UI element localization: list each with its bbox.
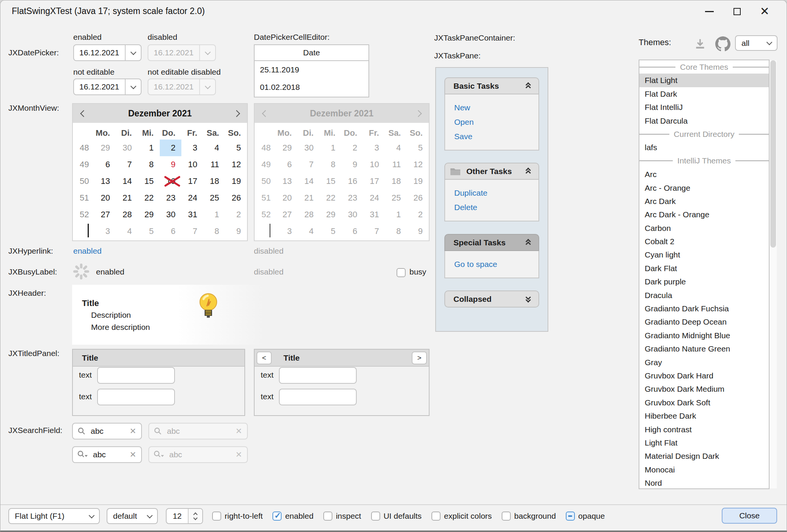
- datepicker-arrow-button[interactable]: [125, 79, 141, 94]
- theme-item[interactable]: Arc - Orange: [639, 181, 769, 195]
- hyperlink-enabled[interactable]: enabled: [73, 246, 102, 256]
- theme-item[interactable]: High contrast: [639, 423, 769, 436]
- taskpane-header[interactable]: Special Tasks: [444, 234, 539, 251]
- theme-item[interactable]: Nord: [639, 476, 769, 489]
- taskpane-header[interactable]: Other Tasks: [444, 163, 539, 180]
- theme-item[interactable]: Material Design Dark: [639, 449, 769, 463]
- laf-combo[interactable]: Flat Light (F1): [8, 508, 100, 524]
- theme-list-scrollbar[interactable]: [770, 60, 777, 488]
- calendar-day[interactable]: 22: [138, 190, 160, 206]
- theme-item[interactable]: Cyan light: [639, 248, 769, 261]
- theme-item[interactable]: Arc: [639, 168, 769, 181]
- theme-item[interactable]: Gruvbox Dark Soft: [639, 396, 769, 409]
- calendar-day[interactable]: 12: [225, 156, 247, 173]
- datepicker-value[interactable]: 16.12.2021: [74, 48, 125, 57]
- task-link-save[interactable]: Save: [445, 129, 538, 144]
- theme-item[interactable]: Gray: [639, 356, 769, 369]
- calendar-day[interactable]: 7: [181, 223, 203, 240]
- calendar-day[interactable]: 3: [181, 140, 203, 156]
- maximize-button[interactable]: [725, 1, 749, 22]
- checkbox-right-to-left[interactable]: right-to-left: [212, 512, 263, 521]
- theme-item[interactable]: Gruvbox Dark Hard: [639, 369, 769, 382]
- calendar-day[interactable]: 27: [94, 206, 116, 223]
- checkbox-box[interactable]: [431, 512, 441, 521]
- taskpane-header[interactable]: Basic Tasks: [444, 77, 539, 94]
- checkbox-box[interactable]: [502, 512, 511, 521]
- theme-item[interactable]: Gradianto Midnight Blue: [639, 329, 769, 342]
- theme-item[interactable]: Flat IntelliJ: [639, 100, 769, 114]
- calendar-day[interactable]: 30: [116, 140, 138, 156]
- calendar-day[interactable]: 28: [116, 206, 138, 223]
- theme-item[interactable]: Hiberbee Dark: [639, 409, 769, 422]
- text-input[interactable]: [97, 389, 175, 405]
- calendar-day[interactable]: 31: [181, 206, 203, 223]
- checkbox-ui-defaults[interactable]: UI defaults: [371, 512, 422, 521]
- datepicker-arrow-button[interactable]: [125, 45, 141, 60]
- calendar-day[interactable]: 17: [181, 173, 203, 190]
- theme-item[interactable]: Carbon: [639, 221, 769, 235]
- calendar-day[interactable]: 24: [181, 190, 203, 206]
- datepicker-enabled[interactable]: 16.12.2021: [73, 44, 142, 61]
- expand-icon[interactable]: [526, 296, 532, 303]
- close-button[interactable]: Close: [722, 508, 777, 524]
- calendar-day[interactable]: 4: [203, 140, 225, 156]
- calendar-day[interactable]: 9: [160, 156, 182, 173]
- theme-item[interactable]: Dark Flat: [639, 262, 769, 275]
- date-column-header[interactable]: Date: [255, 45, 368, 61]
- checkbox-explicit-colors[interactable]: explicit colors: [431, 512, 492, 521]
- calendar-day[interactable]: 30: [160, 206, 182, 223]
- calendar-day[interactable]: 2: [160, 140, 182, 156]
- font-combo[interactable]: default: [107, 508, 158, 524]
- calendar-day[interactable]: 20: [94, 190, 116, 206]
- theme-item[interactable]: Flat Dark: [639, 87, 769, 100]
- font-size-spinner[interactable]: 12: [166, 508, 203, 524]
- theme-list[interactable]: Core ThemesFlat LightFlat DarkFlat Intel…: [639, 60, 770, 489]
- calendar-day[interactable]: 1: [203, 206, 225, 223]
- calendar-day[interactable]: 9: [225, 223, 247, 240]
- checkbox-box[interactable]: [566, 512, 575, 521]
- calendar-day[interactable]: 8: [203, 223, 225, 240]
- next-month-button[interactable]: [226, 111, 247, 116]
- theme-item[interactable]: Dark purple: [639, 275, 769, 288]
- spinner-buttons[interactable]: [188, 509, 202, 523]
- calendar-day[interactable]: 14: [116, 173, 138, 190]
- calendar-day[interactable]: 11: [203, 156, 225, 173]
- calendar-day[interactable]: 26: [225, 190, 247, 206]
- search-input[interactable]: abc: [86, 427, 129, 436]
- theme-item[interactable]: Gradianto Deep Ocean: [639, 315, 769, 328]
- searchfield-dropdown-enabled[interactable]: abc ✕: [72, 446, 142, 463]
- next-button[interactable]: >: [412, 352, 427, 364]
- download-icon[interactable]: [693, 37, 707, 51]
- checkbox-inspect[interactable]: inspect: [323, 512, 361, 521]
- task-link-duplicate[interactable]: Duplicate: [445, 186, 538, 200]
- theme-item[interactable]: Dracula: [639, 289, 769, 302]
- calendar-day[interactable]: 18: [203, 173, 225, 190]
- clear-icon[interactable]: ✕: [129, 450, 141, 459]
- checkbox-box[interactable]: [272, 512, 282, 521]
- collapse-icon[interactable]: [526, 239, 532, 246]
- collapse-icon[interactable]: [526, 168, 532, 175]
- checkbox-box[interactable]: [212, 512, 221, 521]
- calendar-day[interactable]: 29: [94, 140, 116, 156]
- calendar-day[interactable]: 13: [94, 173, 116, 190]
- checkbox-enabled[interactable]: enabled: [272, 512, 313, 521]
- scrollbar-thumb[interactable]: [770, 60, 776, 248]
- checkbox-box[interactable]: [323, 512, 332, 521]
- theme-item[interactable]: Monocai: [639, 463, 769, 476]
- theme-item[interactable]: Gruvbox Dark Medium: [639, 382, 769, 395]
- calendar-day[interactable]: 5: [138, 223, 160, 240]
- calendar-day[interactable]: 3: [94, 223, 116, 240]
- calendar-day[interactable]: 1: [138, 140, 160, 156]
- checkbox-opaque[interactable]: opaque: [566, 512, 605, 521]
- theme-item[interactable]: Gradianto Dark Fuchsia: [639, 302, 769, 315]
- github-icon[interactable]: [715, 36, 730, 52]
- calendar-day[interactable]: 2: [225, 206, 247, 223]
- theme-item[interactable]: lafs: [639, 141, 769, 154]
- calendar-day[interactable]: 5: [225, 140, 247, 156]
- theme-item[interactable]: Flat Light: [639, 74, 769, 87]
- theme-item[interactable]: Gradianto Nature Green: [639, 342, 769, 355]
- busy-checkbox[interactable]: [397, 268, 406, 277]
- font-size-value[interactable]: 12: [167, 509, 188, 523]
- calendar-day[interactable]: 6: [160, 223, 182, 240]
- task-link-open[interactable]: Open: [445, 115, 538, 129]
